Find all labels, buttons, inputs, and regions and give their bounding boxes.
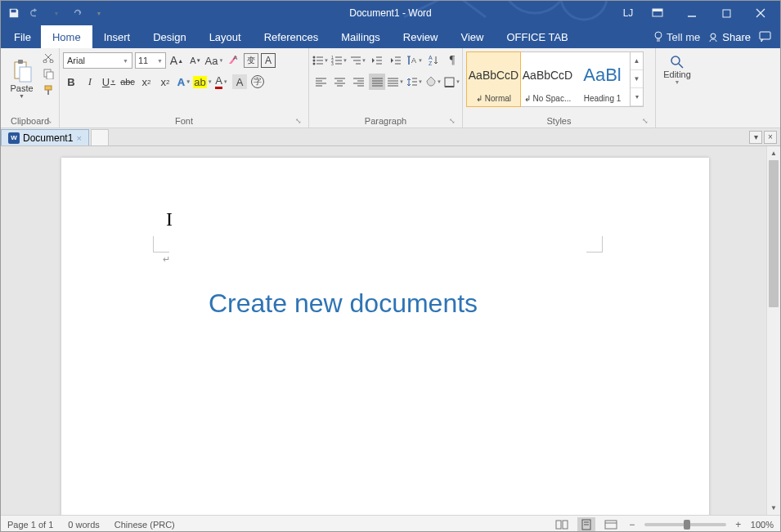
tab-file[interactable]: File	[4, 25, 41, 48]
document-heading-text[interactable]: Create new documents	[209, 288, 478, 319]
language-status[interactable]: Chinese (PRC)	[114, 520, 175, 530]
read-mode-button[interactable]	[553, 517, 571, 532]
clear-formatting-button[interactable]: A	[225, 52, 241, 69]
highlight-button[interactable]: ab▼	[195, 74, 211, 90]
change-case-button[interactable]: Aa▼	[206, 52, 222, 69]
italic-button[interactable]: I	[82, 74, 98, 90]
align-left-button[interactable]	[312, 74, 329, 90]
font-color-button[interactable]: A▼	[213, 74, 230, 90]
zoom-slider[interactable]	[644, 523, 726, 526]
svg-rect-76	[556, 521, 561, 529]
styles-gallery[interactable]: AaBbCcD ↲ Normal AaBbCcD ↲ No Spac... Aa…	[466, 51, 644, 107]
style-no-spacing[interactable]: AaBbCcD ↲ No Spac...	[520, 52, 575, 106]
document-tab[interactable]: W Document1 ×	[1, 129, 89, 145]
redo-icon[interactable]	[68, 3, 88, 23]
tab-design[interactable]: Design	[141, 25, 197, 48]
paragraph-dialog-launcher[interactable]: ⤡	[447, 116, 457, 126]
grow-font-button[interactable]: A▲	[168, 52, 185, 69]
numbering-button[interactable]: 123▼	[331, 52, 348, 69]
asian-layout-button[interactable]: A▼	[406, 52, 423, 69]
web-layout-button[interactable]	[602, 517, 620, 532]
page[interactable]: I ↵ Create new documents	[61, 158, 709, 515]
tab-insert[interactable]: Insert	[92, 25, 142, 48]
cut-button[interactable]	[41, 50, 56, 65]
phonetic-guide-button[interactable]: 变	[244, 53, 258, 68]
styles-gallery-scroll[interactable]: ▲▼▾	[630, 52, 643, 106]
minimize-button[interactable]	[676, 1, 708, 25]
tab-view[interactable]: View	[449, 25, 495, 48]
tabstrip-close-button[interactable]: ×	[764, 131, 777, 144]
character-shading-button[interactable]: A	[232, 74, 247, 89]
bullets-button[interactable]: ▼	[312, 52, 329, 69]
subscript-button[interactable]: x2	[138, 74, 155, 90]
tabstrip-menu-button[interactable]: ▾	[749, 131, 762, 144]
underline-button[interactable]: U▼	[101, 74, 117, 90]
enclose-characters-button[interactable]: 字	[249, 74, 266, 90]
paste-button[interactable]: Paste ▼	[4, 50, 39, 107]
copy-button[interactable]	[41, 66, 56, 81]
document-area[interactable]: I ↵ Create new documents	[1, 146, 766, 515]
style-normal[interactable]: AaBbCcD ↲ Normal	[466, 51, 521, 107]
tab-references[interactable]: References	[253, 25, 330, 48]
svg-point-8	[655, 32, 662, 38]
justify-button[interactable]	[369, 74, 385, 90]
zoom-level[interactable]: 100%	[751, 520, 774, 530]
align-right-button[interactable]	[350, 74, 366, 90]
tab-office-tab[interactable]: OFFICE TAB	[495, 25, 579, 48]
increase-indent-button[interactable]	[388, 52, 404, 69]
comments-icon[interactable]	[759, 31, 772, 42]
font-size-combo[interactable]: 11▼	[135, 52, 166, 69]
svg-line-75	[679, 64, 683, 68]
font-dialog-launcher[interactable]: ⤡	[294, 116, 303, 126]
sort-button[interactable]: AZ	[425, 52, 442, 69]
clipboard-dialog-launcher[interactable]: ⤡	[44, 116, 54, 126]
show-marks-button[interactable]: ¶	[444, 52, 460, 69]
strikethrough-button[interactable]: abc	[119, 74, 136, 90]
save-icon[interactable]	[4, 3, 24, 23]
tab-layout[interactable]: Layout	[198, 25, 253, 48]
font-name-combo[interactable]: Arial▼	[63, 52, 132, 69]
word-count-status[interactable]: 0 words	[68, 520, 100, 530]
undo-icon[interactable]	[25, 3, 45, 23]
maximize-button[interactable]	[710, 1, 743, 25]
multilevel-list-button[interactable]: ▼	[350, 52, 366, 69]
ribbon-display-options-icon[interactable]	[641, 1, 674, 25]
zoom-slider-thumb[interactable]	[684, 520, 690, 530]
qat-customize-icon[interactable]: ▼	[89, 3, 109, 23]
scroll-up-button[interactable]: ▲	[767, 146, 780, 160]
superscript-button[interactable]: x2	[157, 74, 173, 90]
editing-button[interactable]: Editing ▼	[659, 50, 695, 85]
decrease-indent-button[interactable]	[369, 52, 385, 69]
svg-text:3: 3	[331, 61, 334, 65]
shading-button[interactable]: ▼	[425, 74, 442, 90]
tell-me-search[interactable]: Tell me	[653, 31, 700, 43]
close-button[interactable]	[744, 1, 777, 25]
share-button[interactable]: Share	[708, 31, 751, 43]
style-heading-1[interactable]: AaBl Heading 1	[575, 52, 630, 106]
user-initials[interactable]: LJ	[617, 1, 640, 25]
distributed-button[interactable]: ▼	[388, 74, 404, 90]
tab-home[interactable]: Home	[41, 25, 92, 48]
styles-dialog-launcher[interactable]: ⤡	[640, 116, 650, 126]
borders-button[interactable]: ▼	[444, 74, 460, 90]
vertical-scrollbar[interactable]: ▲ ▼	[766, 146, 780, 515]
format-painter-button[interactable]	[41, 83, 56, 97]
shrink-font-button[interactable]: A▼	[187, 52, 204, 69]
new-tab-button[interactable]	[91, 129, 109, 145]
line-spacing-button[interactable]: ▼	[406, 74, 423, 90]
character-border-button[interactable]: A	[261, 53, 276, 68]
tab-mailings[interactable]: Mailings	[330, 25, 392, 48]
bold-button[interactable]: B	[63, 74, 79, 90]
zoom-out-button[interactable]: −	[626, 519, 638, 530]
scrollbar-thumb[interactable]	[769, 160, 779, 307]
scrollbar-track[interactable]	[767, 307, 780, 501]
zoom-in-button[interactable]: +	[733, 519, 744, 530]
print-layout-button[interactable]	[577, 517, 595, 532]
align-center-button[interactable]	[331, 74, 348, 90]
page-number-status[interactable]: Page 1 of 1	[7, 520, 53, 530]
text-effects-button[interactable]: A▼	[176, 74, 192, 90]
tab-review[interactable]: Review	[392, 25, 450, 48]
scroll-down-button[interactable]: ▼	[767, 501, 780, 515]
undo-dropdown-icon[interactable]: ▼	[47, 3, 66, 23]
close-tab-icon[interactable]: ×	[76, 133, 81, 143]
